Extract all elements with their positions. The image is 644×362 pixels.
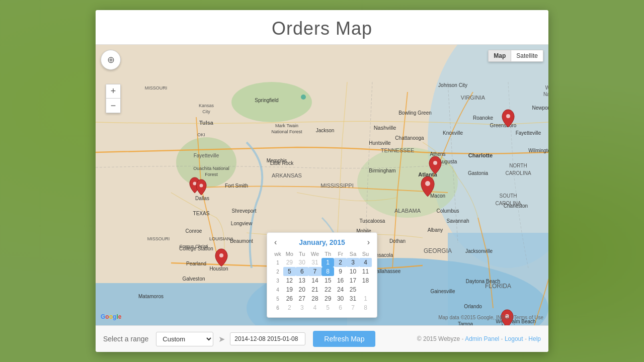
svg-text:Tallahassee: Tallahassee — [374, 268, 401, 274]
calendar-day[interactable]: 8 — [321, 267, 334, 276]
calendar-day[interactable]: 29 — [321, 294, 334, 303]
calendar-day[interactable]: 1 — [321, 258, 334, 267]
calendar-day[interactable]: 3 — [296, 303, 308, 312]
svg-text:Chattanooga: Chattanooga — [395, 135, 424, 141]
map-area: Nashville Springfield Atlanta Memphis Da… — [96, 45, 548, 325]
svg-text:National Forest: National Forest — [271, 129, 302, 134]
calendar-day[interactable]: 30 — [334, 294, 347, 303]
map-view-button[interactable]: Map — [489, 50, 511, 61]
calendar-day[interactable]: 4 — [308, 303, 321, 312]
calendar-day[interactable]: 16 — [334, 276, 347, 285]
calendar-day[interactable]: 17 — [347, 276, 359, 285]
range-select[interactable]: CustomTodayLast 7 DaysLast 30 DaysThis M… — [156, 332, 213, 346]
calendar-day[interactable]: 22 — [321, 285, 334, 294]
calendar-day[interactable]: 31 — [347, 294, 359, 303]
navigation-control[interactable]: ⊕ — [101, 50, 121, 70]
calendar-day[interactable]: 6 — [334, 303, 347, 312]
svg-text:Gastonia: Gastonia — [468, 170, 488, 176]
range-arrow-icon: ➤ — [218, 334, 225, 344]
calendar-day[interactable]: 6 — [296, 267, 308, 276]
calendar-day[interactable]: 30 — [296, 258, 308, 267]
svg-text:Galveston: Galveston — [182, 276, 205, 282]
svg-text:Daytona Beach: Daytona Beach — [466, 279, 500, 284]
calendar-popup: ‹ January, 2015 › wkMoTuWeThFrSaSu 12930… — [267, 232, 377, 318]
svg-text:Huntsville: Huntsville — [369, 140, 391, 146]
calendar-prev-button[interactable]: ‹ — [272, 238, 279, 247]
svg-point-95 — [425, 181, 430, 186]
calendar-day[interactable]: 8 — [359, 303, 372, 312]
calendar-day[interactable]: 4 — [359, 258, 372, 267]
calendar-day[interactable]: 10 — [347, 267, 359, 276]
svg-text:Dallas: Dallas — [195, 196, 209, 201]
calendar-day[interactable]: 28 — [308, 294, 321, 303]
date-range-input[interactable] — [230, 332, 305, 345]
map-container: Orders Map — [96, 10, 548, 352]
calendar-day[interactable]: 14 — [308, 276, 321, 285]
calendar-day[interactable]: 12 — [283, 276, 296, 285]
calendar-day[interactable]: 9 — [334, 267, 347, 276]
svg-point-6 — [357, 147, 458, 218]
calendar-day[interactable]: 21 — [308, 285, 321, 294]
svg-text:Greensboro: Greensboro — [490, 123, 517, 128]
logout-link[interactable]: Logout — [505, 335, 523, 342]
svg-text:Longview: Longview — [231, 221, 253, 226]
svg-text:Charleston: Charleston — [504, 203, 528, 209]
calendar-day[interactable]: 3 — [347, 258, 359, 267]
calendar-day[interactable]: 11 — [359, 267, 372, 276]
calendar-day[interactable]: 29 — [283, 258, 296, 267]
calendar-day[interactable]: 1 — [359, 294, 372, 303]
bottom-bar: Select a range CustomTodayLast 7 DaysLas… — [96, 325, 548, 352]
map-type-controls: Map Satellite — [488, 50, 543, 62]
page-header: Orders Map — [96, 10, 548, 45]
help-link[interactable]: Help — [528, 335, 541, 342]
calendar-day[interactable]: 27 — [296, 294, 308, 303]
calendar-day[interactable]: 26 — [283, 294, 296, 303]
calendar-month-label: January, 2015 — [299, 238, 345, 246]
calendar-day[interactable]: 24 — [334, 285, 347, 294]
svg-text:Albany: Albany — [428, 227, 443, 233]
svg-point-97 — [200, 184, 203, 188]
svg-text:Mark Twain: Mark Twain — [275, 123, 298, 128]
calendar-day[interactable]: 31 — [308, 258, 321, 267]
google-text: Google — [101, 313, 121, 320]
calendar-day[interactable]: 2 — [283, 303, 296, 312]
svg-text:Springfield: Springfield — [255, 98, 278, 103]
svg-text:MISSISSIPPI: MISSISSIPPI — [320, 183, 353, 189]
svg-text:Conroe: Conroe — [186, 228, 202, 234]
admin-panel-link[interactable]: Admin Panel — [465, 335, 499, 342]
calendar-day[interactable]: 13 — [296, 276, 308, 285]
svg-text:Pearland: Pearland — [186, 261, 206, 266]
svg-point-96 — [193, 182, 197, 186]
svg-text:Jackson: Jackson — [316, 128, 335, 133]
calendar-day[interactable]: 15 — [321, 276, 334, 285]
svg-point-94 — [433, 161, 437, 165]
calendar-day[interactable]: 7 — [347, 303, 359, 312]
svg-text:OKI: OKI — [197, 132, 205, 137]
calendar-day[interactable] — [359, 285, 372, 294]
calendar-next-button[interactable]: › — [365, 238, 372, 247]
zoom-in-button[interactable]: + — [106, 84, 120, 99]
calendar-day[interactable]: 5 — [321, 303, 334, 312]
zoom-out-button[interactable]: − — [106, 99, 120, 113]
calendar-day[interactable]: 2 — [334, 258, 347, 267]
calendar-day[interactable]: 18 — [359, 276, 372, 285]
calendar-day[interactable]: 19 — [283, 285, 296, 294]
copyright-area: © 2015 Webyze - Admin Panel - Logout - H… — [417, 335, 541, 342]
select-range-label: Select a range — [103, 335, 148, 343]
svg-text:GEORGIA: GEORGIA — [424, 247, 452, 254]
map-attribution: Map data ©2015 Google, INEGI | Terms of … — [438, 315, 543, 320]
svg-text:Matamoros: Matamoros — [138, 294, 164, 299]
svg-text:CAROLINA: CAROLINA — [505, 170, 531, 176]
svg-point-7 — [176, 137, 236, 188]
calendar-day[interactable]: 20 — [296, 285, 308, 294]
svg-text:SOUTH: SOUTH — [500, 193, 517, 199]
calendar-day[interactable]: 5 — [283, 267, 296, 276]
satellite-view-button[interactable]: Satellite — [511, 50, 543, 61]
svg-text:Macon: Macon — [430, 193, 445, 199]
svg-text:Bowling Green: Bowling Green — [398, 110, 432, 116]
svg-text:TEXAS: TEXAS — [193, 211, 210, 216]
calendar-day[interactable]: 25 — [347, 285, 359, 294]
refresh-map-button[interactable]: Refresh Map — [313, 331, 375, 347]
calendar-day[interactable]: 7 — [308, 267, 321, 276]
svg-text:Roanoke: Roanoke — [473, 115, 493, 121]
